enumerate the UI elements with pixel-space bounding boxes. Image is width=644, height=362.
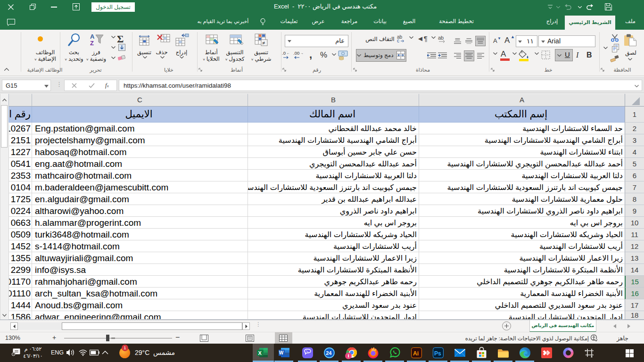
svg-text:24: 24 [326, 350, 332, 356]
svg-text:Ps: Ps [434, 350, 441, 357]
svg-text:Ai: Ai [413, 350, 419, 357]
svg-text:.0: .0 [282, 50, 286, 56]
svg-text:W: W [279, 350, 284, 355]
svg-text:→: → [300, 51, 303, 55]
svg-text:c: c [397, 38, 399, 43]
svg-text:ab: ab [438, 35, 444, 41]
svg-text:X: X [258, 350, 262, 356]
svg-text:≠: ≠ [262, 40, 265, 46]
svg-text:A: A [90, 33, 95, 40]
svg-text:Z: Z [90, 40, 94, 46]
svg-text:←: ← [287, 51, 290, 55]
svg-text:.00: .00 [293, 50, 299, 56]
